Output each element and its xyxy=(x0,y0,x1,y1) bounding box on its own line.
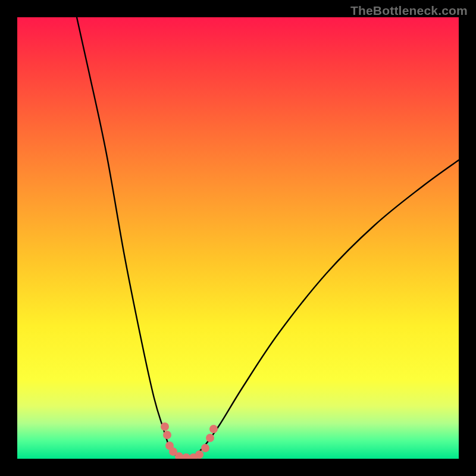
valley-marker xyxy=(163,431,171,439)
left-curve xyxy=(77,17,181,458)
valley-marker xyxy=(161,422,169,431)
valley-markers xyxy=(161,422,218,459)
valley-marker xyxy=(195,450,203,459)
valley-marker xyxy=(201,444,209,452)
plot-area xyxy=(17,17,459,459)
valley-marker xyxy=(206,434,214,442)
chart-frame: TheBottleneck.com xyxy=(0,0,476,476)
watermark-text: TheBottleneck.com xyxy=(350,4,468,18)
curve-layer xyxy=(17,17,459,459)
right-curve xyxy=(190,160,459,458)
valley-marker xyxy=(209,425,218,433)
valley-marker xyxy=(182,453,190,459)
